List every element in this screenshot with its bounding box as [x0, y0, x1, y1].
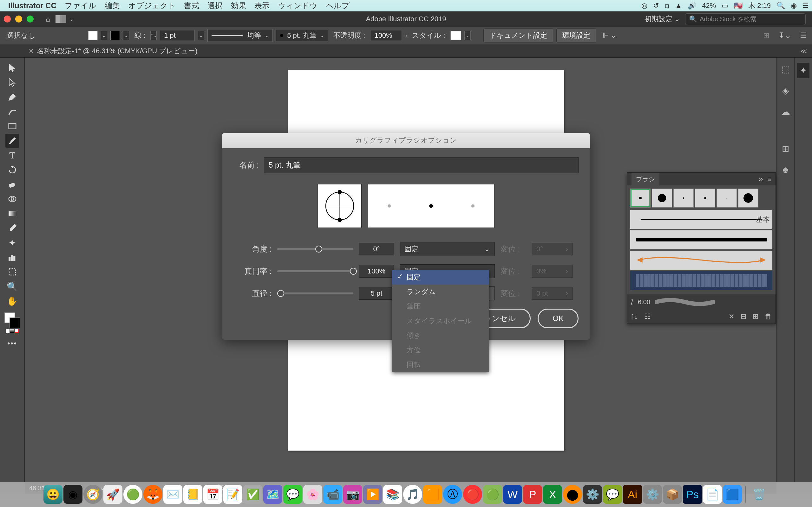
fill-dropdown[interactable]: ⌄	[101, 31, 107, 40]
brush-libraries-icon[interactable]: ⫿⟂	[631, 313, 638, 321]
column-graph-tool[interactable]	[5, 250, 19, 264]
mode-option-rotation[interactable]: 回転	[392, 357, 489, 372]
brush-pattern-keyboard[interactable]	[630, 271, 772, 290]
dock-app-generic-1[interactable]: 🟧	[423, 485, 442, 504]
brushes-panel-tab[interactable]: ブラシ	[631, 173, 659, 185]
dock-app-photobooth[interactable]: 📷	[343, 485, 362, 504]
brush-preset-5[interactable]	[716, 188, 737, 208]
zoom-window-button[interactable]	[27, 15, 34, 22]
dock-app-messages[interactable]: 💬	[283, 485, 302, 504]
brush-size-value[interactable]: 6.00	[638, 298, 650, 306]
brush-preset-6[interactable]	[738, 188, 758, 208]
document-tab[interactable]: ✕ 名称未設定-1* @ 46.31% (CMYK/GPU プレビュー)	[29, 46, 198, 56]
dock-app-word[interactable]: W	[503, 485, 522, 504]
zoom-tool[interactable]: 🔍	[5, 279, 19, 293]
brushes-panel-icon[interactable]: ✦	[797, 63, 809, 78]
bluetooth-icon[interactable]: ⚼	[664, 2, 669, 10]
app-name[interactable]: Illustrator CC	[8, 1, 56, 10]
delete-brush-icon[interactable]: 🗑	[765, 313, 772, 321]
stroke-weight-stepper[interactable]: ⌃⌄	[150, 31, 157, 40]
dock-app-finder[interactable]: 😀	[44, 485, 62, 504]
timemachine-icon[interactable]: ↺	[653, 2, 659, 10]
layers-panel-icon[interactable]: ◈	[782, 85, 789, 96]
brush-angle-preview[interactable]	[317, 184, 362, 228]
align-icon[interactable]: ⊩ ⌄	[603, 32, 616, 40]
dock-app-chrome[interactable]: 🟢	[123, 485, 142, 504]
dock-app-generic-4[interactable]: ⬤	[563, 485, 582, 504]
close-window-button[interactable]	[4, 15, 11, 22]
arrange-documents-icon[interactable]	[55, 15, 66, 23]
brush-options-icon[interactable]: ⊟	[741, 313, 746, 321]
pen-tool[interactable]	[5, 90, 19, 104]
stroke-weight-input[interactable]: 1 pt	[160, 30, 195, 41]
dock-app-illustrator[interactable]: Ai	[623, 485, 642, 504]
stroke-swatch[interactable]	[110, 31, 120, 40]
dock-app-generic-6[interactable]: 📦	[663, 485, 682, 504]
menu-effect[interactable]: 効果	[231, 1, 246, 11]
curvature-tool[interactable]	[5, 105, 19, 118]
mode-option-random[interactable]: ランダム	[392, 285, 489, 299]
fill-stroke-swap[interactable]	[4, 313, 20, 328]
menu-file[interactable]: ファイル	[65, 1, 96, 11]
dock-app-textedit[interactable]: 📄	[703, 485, 722, 504]
text-tool[interactable]: T	[5, 148, 19, 162]
dock-app-line[interactable]: 💬	[603, 485, 622, 504]
dock-app-generic-7[interactable]: 🟦	[723, 485, 742, 504]
eraser-tool[interactable]	[5, 177, 19, 191]
roundness-input[interactable]: 100%	[359, 265, 394, 278]
dock-app-reminders[interactable]: ✅	[243, 485, 262, 504]
properties-panel-icon[interactable]: ⬚	[781, 64, 790, 74]
spotlight-icon[interactable]: 🔍	[776, 2, 785, 10]
menu-view[interactable]: 表示	[254, 1, 270, 11]
menu-help[interactable]: ヘルプ	[326, 1, 350, 11]
menu-window[interactable]: ウィンドウ	[278, 1, 317, 11]
dock-app-itunes[interactable]: 🎵	[403, 485, 422, 504]
style-swatch[interactable]	[450, 31, 461, 40]
stock-search-input[interactable]: 🔍 Adobe Stock を検索	[685, 13, 806, 25]
minimize-window-button[interactable]	[15, 15, 22, 22]
menu-edit[interactable]: 編集	[105, 1, 120, 11]
stroke-dropdown[interactable]: ⌄	[123, 31, 130, 40]
symbols-icon[interactable]: ♣	[782, 165, 788, 175]
artboard-tool[interactable]	[5, 265, 19, 279]
menu-object[interactable]: オブジェクト	[128, 1, 176, 11]
battery-percent[interactable]: 42%	[702, 2, 716, 10]
brush-preset-3[interactable]	[673, 188, 694, 208]
ok-button[interactable]: OK	[538, 308, 578, 328]
dock-app-generic-3[interactable]: 🟢	[483, 485, 502, 504]
brush-basic[interactable]: 基本	[630, 210, 772, 229]
dock-app-excel[interactable]: X	[543, 485, 562, 504]
fill-swatch[interactable]	[88, 31, 98, 40]
dock-app-quicktime[interactable]: ▶️	[363, 485, 382, 504]
mode-option-bearing[interactable]: 方位	[392, 343, 489, 357]
shape-builder-tool[interactable]	[5, 192, 19, 206]
brush-size-icon[interactable]: ⟅	[631, 298, 633, 306]
dock-app-calendar[interactable]: 📅	[203, 485, 222, 504]
color-mode-chips[interactable]	[5, 329, 19, 335]
asset-export-icon[interactable]: ⊞	[782, 144, 789, 154]
dock-app-notes[interactable]: 📝	[223, 485, 242, 504]
dock-app-launchpad[interactable]: 🚀	[103, 485, 122, 504]
close-tab-icon[interactable]: ✕	[29, 47, 34, 55]
siri-icon[interactable]: ◉	[791, 2, 797, 10]
clock[interactable]: 木 2:19	[748, 1, 771, 10]
diameter-slider[interactable]	[277, 292, 353, 294]
remove-stroke-icon[interactable]: ✕	[728, 313, 734, 321]
tabs-overflow-icon[interactable]: ≪	[800, 47, 807, 55]
direct-selection-tool[interactable]	[5, 75, 19, 89]
mode-option-pressure[interactable]: 筆圧	[392, 299, 489, 314]
style-dropdown[interactable]: ⌄	[464, 31, 471, 40]
cc-libraries-icon[interactable]: ☁	[781, 107, 790, 117]
dock-app-contacts[interactable]: 📒	[183, 485, 202, 504]
paintbrush-tool[interactable]	[5, 134, 19, 148]
eyedropper-tool[interactable]	[5, 221, 19, 235]
angle-mode-dropdown[interactable]: 固定⌄	[400, 242, 495, 256]
battery-icon[interactable]: ▭	[722, 2, 728, 10]
notification-center-icon[interactable]: ☰	[803, 2, 809, 10]
dock-app-mail[interactable]: ✉️	[163, 485, 183, 504]
volume-icon[interactable]: 🔊	[688, 2, 696, 10]
brush-def-label[interactable]: 5 pt. 丸筆	[287, 31, 316, 40]
brush-preset-1[interactable]	[630, 188, 651, 208]
dock-app-generic-5[interactable]: ⚙️	[583, 485, 602, 504]
rotate-tool[interactable]	[5, 163, 19, 177]
